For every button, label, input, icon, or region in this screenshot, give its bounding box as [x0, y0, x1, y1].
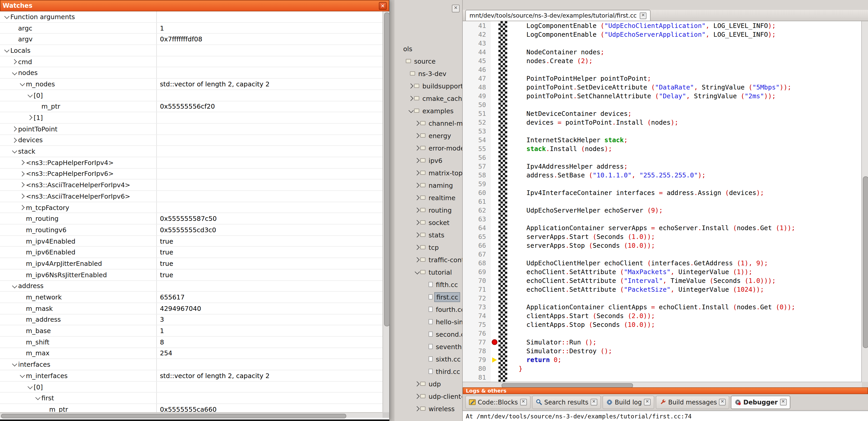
code-line[interactable]: 54 InternetStackHelper stack; [463, 135, 862, 144]
watch-row[interactable]: m_address3 [0, 314, 382, 325]
tree-item-udp-client-ser[interactable]: udp-client-ser [394, 390, 462, 402]
line-number[interactable]: 64 [463, 223, 491, 232]
code-line[interactable]: 65 serverApps.Start (Seconds (1.0)); [463, 232, 862, 241]
watch-row[interactable]: m_base1 [0, 326, 382, 337]
marker-margin[interactable] [491, 100, 498, 109]
watch-row[interactable]: <ns3::PcapHelperForIpv6> [0, 168, 382, 180]
watch-row[interactable]: [1] [0, 112, 382, 123]
scrollbar-thumb[interactable] [501, 383, 633, 388]
expand-chevron-icon[interactable] [11, 135, 18, 145]
watch-row[interactable]: [0] [0, 382, 382, 393]
code-line[interactable]: 56 [463, 153, 862, 162]
collapse-chevron-icon[interactable] [3, 11, 10, 22]
line-number[interactable]: 56 [463, 153, 491, 162]
tree-item-hello-simul[interactable]: hello-simul [394, 316, 462, 328]
collapse-chevron-icon[interactable] [19, 78, 26, 89]
close-icon[interactable]: ✕ [640, 12, 647, 19]
tree-item-energy[interactable]: energy [394, 129, 462, 142]
line-number[interactable]: 72 [463, 294, 491, 302]
code-line[interactable]: 55 stack.Install (nodes); [463, 144, 862, 153]
code-editor[interactable]: 41 LogComponentEnable ("UdpEchoClientApp… [463, 21, 862, 382]
tree-item-wireless[interactable]: wireless [394, 402, 462, 415]
code-line[interactable]: 64 ApplicationContainer serverApps = ech… [463, 223, 862, 232]
expand-chevron-icon[interactable] [19, 180, 26, 190]
expand-chevron-icon[interactable] [414, 191, 420, 204]
code-line[interactable]: 68 UdpEchoClientHelper echoClient (inter… [463, 259, 862, 267]
tree-item-first-cc[interactable]: first.cc [394, 291, 462, 303]
tab-code-blocks[interactable]: Code::Blocks✕ [465, 395, 530, 409]
expand-chevron-icon[interactable] [414, 166, 420, 179]
scrollbar-thumb[interactable] [863, 176, 868, 348]
collapse-chevron-icon[interactable] [11, 67, 18, 78]
watch-row[interactable]: cmd [0, 56, 382, 67]
line-number[interactable]: 66 [463, 241, 491, 250]
code-line[interactable]: 79 return 0; [463, 355, 862, 364]
collapse-chevron-icon[interactable] [34, 393, 41, 403]
watch-row[interactable]: m_ipv4ArpJitterEnabledtrue [0, 258, 382, 269]
expand-chevron-icon[interactable] [414, 129, 420, 142]
marker-margin[interactable] [491, 188, 498, 197]
watch-row[interactable]: m_ptr0x5555555ca660 [0, 404, 382, 412]
marker-margin[interactable] [491, 127, 498, 135]
tree-item-matrix-topol[interactable]: matrix-topol [394, 166, 462, 179]
expand-chevron-icon[interactable] [414, 390, 420, 402]
tab-build-messages[interactable]: Build messages✕ [656, 395, 729, 409]
code-line[interactable]: 70 echoClient.SetAttribute ("Interval", … [463, 276, 862, 285]
marker-margin[interactable] [491, 65, 498, 74]
line-number[interactable]: 78 [463, 347, 491, 355]
line-number[interactable]: 60 [463, 188, 491, 197]
marker-margin[interactable] [491, 250, 498, 259]
marker-margin[interactable] [491, 56, 498, 65]
line-number[interactable]: 51 [463, 109, 491, 118]
line-number[interactable]: 73 [463, 302, 491, 311]
line-number[interactable]: 74 [463, 311, 491, 320]
line-number[interactable]: 41 [463, 21, 491, 30]
watch-row[interactable]: m_ptr0x55555556cf20 [0, 101, 382, 112]
line-number[interactable]: 59 [463, 180, 491, 188]
line-number[interactable]: 55 [463, 144, 491, 153]
line-number[interactable]: 69 [463, 267, 491, 276]
line-number[interactable]: 63 [463, 215, 491, 223]
expand-chevron-icon[interactable] [414, 154, 420, 166]
code-line[interactable]: 58 address.SetBase ("10.1.1.0", "255.255… [463, 171, 862, 180]
marker-margin[interactable] [491, 30, 498, 39]
line-number[interactable]: 70 [463, 276, 491, 285]
expand-chevron-icon[interactable] [414, 402, 420, 415]
marker-margin[interactable] [491, 355, 498, 364]
tree-item-traffic-contro[interactable]: traffic-contro [394, 253, 462, 266]
tree-item-source[interactable]: source [394, 55, 462, 67]
expand-chevron-icon[interactable] [414, 229, 420, 241]
tree-item-examples[interactable]: examples [394, 104, 462, 117]
line-number[interactable]: 53 [463, 127, 491, 135]
line-number[interactable]: 50 [463, 100, 491, 109]
line-number[interactable]: 80 [463, 364, 491, 373]
watch-row[interactable]: argc1 [0, 23, 382, 34]
tree-item-channel-mod[interactable]: channel-mod [394, 117, 462, 129]
watch-row[interactable]: m_interfacesstd::vector of length 2, cap… [0, 370, 382, 382]
watch-row[interactable]: m_routingv60x5555555cd3c0 [0, 224, 382, 235]
marker-margin[interactable] [491, 180, 498, 188]
line-number[interactable]: 71 [463, 285, 491, 294]
tree-item-stats[interactable]: stats [394, 229, 462, 241]
line-number[interactable]: 48 [463, 83, 491, 92]
watch-row[interactable]: first [0, 393, 382, 404]
marker-margin[interactable] [491, 162, 498, 171]
editor-vertical-scrollbar[interactable] [861, 21, 868, 382]
close-icon[interactable]: ✕ [644, 399, 651, 406]
code-line[interactable]: 76 [463, 329, 862, 338]
collapse-chevron-icon[interactable] [11, 281, 18, 291]
collapse-chevron-icon[interactable] [26, 382, 34, 392]
marker-margin[interactable] [491, 302, 498, 311]
code-line[interactable]: 53 [463, 127, 862, 135]
watches-titlebar[interactable]: Watches ✕ [0, 0, 389, 11]
breakpoint-icon[interactable] [492, 339, 497, 345]
line-number[interactable]: 42 [463, 30, 491, 39]
marker-margin[interactable] [491, 241, 498, 250]
line-number[interactable]: 81 [463, 373, 491, 382]
line-number[interactable]: 77 [463, 338, 491, 347]
marker-margin[interactable] [491, 320, 498, 329]
watch-row[interactable]: m_max254 [0, 348, 382, 359]
line-number[interactable]: 47 [463, 74, 491, 83]
marker-margin[interactable] [491, 74, 498, 83]
watch-row[interactable]: [0] [0, 90, 382, 101]
